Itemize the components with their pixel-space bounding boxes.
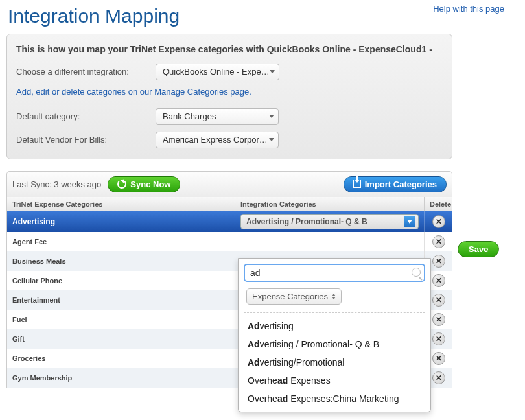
dropdown-option-list: AdvertisingAdvertising / Promotional- Q … (244, 317, 425, 408)
category-name: Gym Membership (12, 374, 72, 382)
category-name: Fuel (12, 316, 27, 323)
dropdown-option[interactable]: Overhead Expenses:China Marketing (244, 390, 425, 408)
help-link[interactable]: Help with this page (433, 4, 504, 14)
sync-toolbar: Last Sync: 3 weeks ago Sync Now Import C… (6, 171, 452, 197)
manage-categories-link[interactable]: Add, edit or delete categories on our Ma… (16, 87, 443, 97)
table-row[interactable]: Agent Fee✕ (7, 232, 452, 251)
delete-button[interactable]: ✕ (432, 274, 445, 287)
search-icon (412, 268, 421, 277)
config-description: This is how you map your TriNet Expense … (16, 43, 443, 56)
col-delete-header: Delete (425, 197, 453, 211)
delete-button[interactable]: ✕ (432, 255, 445, 268)
import-categories-label: Import Categories (365, 180, 437, 189)
category-name: Gift (12, 335, 25, 343)
col-expense-header: TriNet Expense Categories (7, 197, 235, 211)
category-name: Entertainment (12, 296, 60, 304)
sort-icon (332, 294, 336, 299)
dropdown-option[interactable]: Overhead Expenses (244, 371, 425, 390)
dropdown-option[interactable]: Advertising (244, 317, 425, 335)
import-categories-button[interactable]: Import Categories (344, 176, 447, 192)
default-category-value: Bank Charges (163, 111, 216, 121)
dropdown-filter-label: Expense Categories (252, 292, 328, 301)
category-name: Cellular Phone (12, 277, 62, 285)
default-category-select[interactable]: Bank Charges (156, 108, 279, 125)
chevron-down-icon (270, 70, 275, 73)
table-row-active[interactable]: Advertising Advertising / Promotional- Q… (7, 211, 452, 232)
default-vendor-value: American Express Corpor… (163, 135, 268, 145)
dropdown-filter-select[interactable]: Expense Categories (246, 288, 342, 305)
sync-now-button[interactable]: Sync Now (108, 176, 180, 192)
sync-now-label: Sync Now (130, 180, 170, 189)
category-name: Agent Fee (12, 238, 47, 246)
delete-button[interactable]: ✕ (432, 352, 445, 365)
integration-cell[interactable] (235, 232, 425, 251)
category-name: Business Meals (12, 257, 66, 265)
chevron-down-icon (404, 216, 415, 228)
delete-button[interactable]: ✕ (432, 215, 445, 228)
dropdown-option[interactable]: Advertising/Promotional (244, 353, 425, 371)
category-name: Advertising (12, 217, 55, 226)
delete-button[interactable]: ✕ (432, 332, 445, 345)
choose-integration-select[interactable]: QuickBooks Online - Expe… (156, 64, 279, 80)
dropdown-option[interactable]: Advertising / Promotional- Q & B (244, 335, 425, 353)
delete-button[interactable]: ✕ (432, 294, 445, 307)
choose-integration-label: Choose a different integration: (16, 67, 156, 76)
integration-combo[interactable]: Advertising / Promotional- Q & B (240, 214, 419, 229)
dropdown-divider (244, 312, 425, 313)
default-vendor-select[interactable]: American Express Corpor… (156, 132, 279, 148)
integration-dropdown-panel: Expense Categories AdvertisingAdvertisin… (238, 258, 431, 412)
delete-button[interactable]: ✕ (432, 371, 445, 384)
last-sync-text: Last Sync: 3 weeks ago (12, 180, 101, 189)
table-header: TriNet Expense Categories Integration Ca… (7, 197, 452, 211)
config-panel: This is how you map your TriNet Expense … (6, 34, 452, 159)
chevron-down-icon (269, 115, 274, 118)
import-icon (353, 180, 361, 188)
default-vendor-label: Default Vendor For Bills: (16, 135, 156, 145)
save-button[interactable]: Save (458, 241, 499, 257)
integration-combo-value: Advertising / Promotional- Q & B (246, 217, 368, 226)
choose-integration-value: QuickBooks Online - Expe… (163, 67, 270, 76)
delete-button[interactable]: ✕ (432, 313, 445, 326)
chevron-down-icon (269, 138, 274, 141)
category-name: Groceries (12, 355, 45, 362)
default-category-label: Default category: (16, 111, 156, 121)
dropdown-search-input[interactable] (244, 264, 425, 282)
refresh-icon (117, 180, 126, 189)
col-integration-header: Integration Categories (235, 197, 425, 211)
delete-button[interactable]: ✕ (432, 235, 445, 248)
